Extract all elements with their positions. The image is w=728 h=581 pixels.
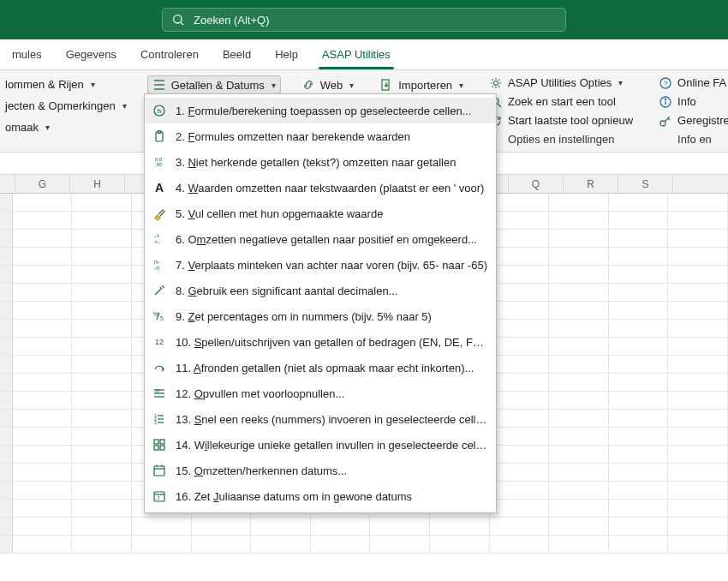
cell[interactable] <box>13 464 73 481</box>
cell[interactable] <box>192 536 252 553</box>
cell[interactable] <box>609 212 669 229</box>
cell[interactable] <box>668 518 728 535</box>
cell[interactable] <box>549 248 609 265</box>
menuitem-11[interactable]: 11. Afronden getallen (niet als opmaak m… <box>145 355 496 380</box>
cell[interactable] <box>430 518 490 535</box>
cell[interactable] <box>72 500 132 517</box>
cell[interactable] <box>72 446 132 463</box>
cell[interactable] <box>549 320 609 337</box>
cell[interactable] <box>311 518 371 535</box>
cell[interactable] <box>13 194 73 211</box>
cell[interactable] <box>668 194 728 211</box>
cell[interactable] <box>72 302 132 319</box>
registered-button[interactable]: Geregistre <box>653 113 728 129</box>
cell[interactable] <box>668 338 728 355</box>
tab-asap-utilities[interactable]: ASAP Utilities <box>310 39 403 69</box>
cell[interactable] <box>668 482 728 499</box>
restart-tool-button[interactable]: Start laatste tool opnieuw <box>484 113 638 129</box>
cell[interactable] <box>13 302 73 319</box>
cell[interactable] <box>132 536 192 553</box>
cell[interactable] <box>251 536 311 553</box>
format-button[interactable]: omaak▾ <box>0 118 132 136</box>
cell[interactable] <box>668 320 728 337</box>
cell[interactable] <box>490 482 550 499</box>
cell[interactable] <box>549 302 609 319</box>
cell[interactable] <box>72 194 132 211</box>
cell[interactable] <box>13 518 73 535</box>
menuitem-6[interactable]: -++-6. Omzetten negatieve getallen naar … <box>145 226 496 252</box>
cell[interactable] <box>490 302 550 319</box>
cell[interactable] <box>668 212 728 229</box>
menuitem-7[interactable]: n--n7. Verplaats minteken van achter naa… <box>145 252 496 278</box>
cell[interactable] <box>609 320 669 337</box>
menuitem-8[interactable]: 8. Gebruik een significant aantal decima… <box>145 278 496 303</box>
cell[interactable] <box>490 464 550 481</box>
cell[interactable] <box>72 464 132 481</box>
menuitem-3[interactable]: 0,0,003. Niet herkende getallen (tekst?)… <box>145 149 496 175</box>
cell[interactable] <box>370 536 430 553</box>
cell[interactable] <box>13 266 73 283</box>
cell[interactable] <box>668 284 728 301</box>
cell[interactable] <box>609 230 669 247</box>
cell[interactable] <box>549 500 609 517</box>
cell[interactable] <box>72 428 132 445</box>
cell[interactable] <box>13 248 73 265</box>
cell[interactable] <box>490 230 550 247</box>
cell[interactable] <box>549 410 609 427</box>
menuitem-4[interactable]: A4. Waarden omzetten naar tekstwaarden (… <box>145 175 496 201</box>
tab-gegevens[interactable]: Gegevens <box>54 39 128 69</box>
web-button[interactable]: Web▾ <box>296 75 360 94</box>
cell[interactable] <box>13 230 73 247</box>
cell[interactable] <box>549 536 609 553</box>
cell[interactable] <box>72 410 132 427</box>
cell[interactable] <box>251 518 311 535</box>
cell[interactable] <box>490 428 550 445</box>
cell[interactable] <box>72 338 132 355</box>
objects-comments-button[interactable]: jecten & Opmerkingen▾ <box>0 97 132 115</box>
cell[interactable] <box>490 320 550 337</box>
cell[interactable] <box>609 356 669 373</box>
cell[interactable] <box>609 266 669 283</box>
cell[interactable] <box>549 194 609 211</box>
cell[interactable] <box>549 212 609 229</box>
cell[interactable] <box>549 482 609 499</box>
menuitem-9[interactable]: %59. Zet percentages om in nummers (bijv… <box>145 303 496 329</box>
cell[interactable] <box>609 338 669 355</box>
search-tool-button[interactable]: Zoek en start een tool <box>484 94 638 110</box>
cell[interactable] <box>609 284 669 301</box>
col-header[interactable]: H <box>70 175 125 193</box>
cell[interactable] <box>13 446 73 463</box>
cell[interactable] <box>490 284 550 301</box>
cell[interactable] <box>311 536 371 553</box>
cell[interactable] <box>609 518 669 535</box>
table-row[interactable] <box>0 536 728 554</box>
cell[interactable] <box>13 338 73 355</box>
cell[interactable] <box>609 374 669 391</box>
cell[interactable] <box>549 464 609 481</box>
cell[interactable] <box>668 464 728 481</box>
cell[interactable] <box>549 284 609 301</box>
cell[interactable] <box>490 446 550 463</box>
cell[interactable] <box>609 536 669 553</box>
cell[interactable] <box>13 500 73 517</box>
cell[interactable] <box>490 518 550 535</box>
cols-rows-button[interactable]: lommen & Rijen▾ <box>0 75 132 93</box>
cell[interactable] <box>13 374 73 391</box>
cell[interactable] <box>549 230 609 247</box>
cell[interactable] <box>430 536 490 553</box>
cell[interactable] <box>13 392 73 409</box>
cell[interactable] <box>490 248 550 265</box>
cell[interactable] <box>490 194 550 211</box>
cell[interactable] <box>549 266 609 283</box>
col-header[interactable]: Q <box>509 175 564 193</box>
menuitem-14[interactable]: 14. Willekeurige unieke getallen invulle… <box>145 432 496 458</box>
tab-help[interactable]: Help <box>263 39 310 69</box>
cell[interactable] <box>490 410 550 427</box>
cell[interactable] <box>13 428 73 445</box>
menuitem-1[interactable]: fx1. Formule/berekening toepassen op ges… <box>145 98 496 123</box>
cell[interactable] <box>668 266 728 283</box>
menuitem-13[interactable]: 12313. Snel een reeks (nummers) invoeren… <box>145 406 496 432</box>
menuitem-2[interactable]: 2. Formules omzetten naar berekende waar… <box>145 123 496 149</box>
menuitem-10[interactable]: 1210. Spellen/uitschrijven van getallen … <box>145 329 496 355</box>
cell[interactable] <box>609 410 669 427</box>
